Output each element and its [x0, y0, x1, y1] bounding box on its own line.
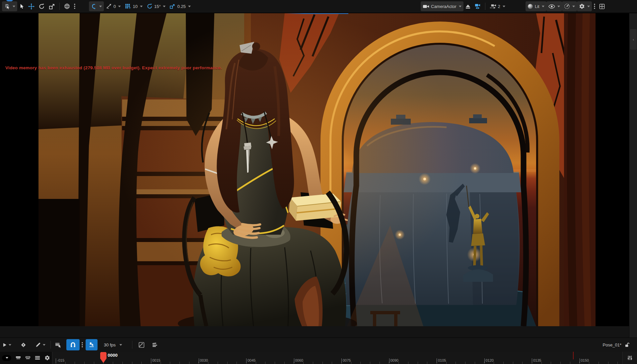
world-space-toggle[interactable] — [62, 1, 72, 11]
cinematic-scene[interactable] — [38, 13, 596, 326]
sequencer-toolbar: 30 fps Pose_01* — [0, 337, 637, 352]
chevron-left-icon: ‹ — [633, 37, 634, 41]
grid-snap-value: 10 — [133, 4, 137, 9]
edit-mode-button[interactable] — [53, 341, 63, 349]
timeline-tick-label: -015 — [56, 358, 64, 363]
timeline-filter-button[interactable] — [622, 352, 637, 364]
current-frame-label: 0000 — [108, 353, 118, 358]
scale-snap-value: 0.25 — [177, 4, 185, 9]
surface-snap-button[interactable]: 0 — [104, 1, 123, 11]
timeline-tick-label: 0090 — [389, 358, 398, 363]
scale-tool-button[interactable] — [47, 1, 57, 11]
transform-tools-group — [2, 0, 77, 13]
lock-open-icon[interactable] — [625, 342, 630, 347]
transform-overflow-button[interactable] — [72, 1, 77, 11]
scale-snap-icon — [170, 3, 176, 9]
timeline-tick-label: 0030 — [199, 358, 208, 363]
camera-speed-value: 2 — [498, 4, 500, 9]
curve-editor-button[interactable] — [137, 341, 146, 349]
move-tool-button[interactable] — [26, 1, 36, 11]
grid-snap-icon — [125, 3, 131, 9]
show-flags-dropdown[interactable] — [546, 1, 562, 11]
camera-icon — [423, 4, 429, 9]
expand-tracks-button[interactable] — [2, 355, 11, 361]
sequencer-editors-group — [132, 338, 160, 352]
pilot-camera-button[interactable] — [472, 1, 483, 11]
viewport-settings-dropdown[interactable] — [577, 1, 592, 11]
track-options-group — [0, 352, 52, 364]
autokey-button[interactable] — [34, 341, 47, 348]
track-filter-outline-icon[interactable] — [25, 356, 31, 360]
chevron-down-icon — [43, 344, 45, 346]
level-viewport[interactable]: Video memory has been exhausted (279.508… — [0, 13, 637, 337]
toolbar-separator — [485, 3, 485, 10]
sequencer-playback-group — [1, 338, 47, 352]
toolbar-separator — [59, 3, 60, 10]
unreal-editor-window: 0 10 15° 0.25 — [0, 0, 637, 364]
sequencer-play-button[interactable] — [1, 342, 13, 348]
keyframe-diamond-icon — [21, 342, 26, 348]
viewport-overflow-button[interactable] — [592, 1, 597, 11]
eject-camera-button[interactable] — [463, 1, 472, 11]
rotation-snap-value: 15° — [154, 4, 161, 9]
view-mode-dropdown[interactable]: Lit — [526, 1, 546, 11]
view-options-group: Lit — [526, 0, 607, 13]
timeline-tick-label: 0060 — [294, 358, 303, 363]
screen-percentage-dropdown[interactable] — [562, 1, 577, 11]
timeline-ruler[interactable]: -015001500300045006000750090010501200135… — [52, 352, 622, 364]
actor-snap-button[interactable] — [89, 1, 104, 11]
snap-options-button[interactable] — [82, 342, 83, 347]
collapsed-panel-strip: ‹ — [629, 13, 637, 337]
add-keyframe-button[interactable] — [19, 341, 28, 349]
eject-icon — [465, 4, 470, 9]
sequencer-snap-group: 30 fps — [50, 338, 124, 352]
chevron-down-icon — [587, 6, 590, 7]
camera-actor-label: CameraActor — [431, 4, 457, 9]
select-tool-button[interactable] — [17, 1, 26, 11]
clapper-cursor-icon — [55, 342, 61, 348]
sequencer-settings-gear-icon[interactable] — [44, 355, 50, 361]
timeline-tick-label: 0075 — [341, 358, 351, 363]
chevron-down-icon — [542, 6, 544, 7]
scale-icon — [49, 3, 55, 10]
quad-layout-button[interactable] — [597, 1, 607, 11]
chevron-down-icon — [118, 6, 121, 7]
camera-speed-icon — [490, 4, 496, 9]
surface-snap-angle-icon — [106, 3, 112, 9]
rotation-snap-button[interactable]: 15° — [145, 1, 168, 11]
camera-speed-button[interactable]: 2 — [488, 1, 507, 11]
vertical-dots-icon — [74, 4, 75, 9]
chevron-down-icon — [140, 6, 143, 7]
track-list-icon[interactable] — [35, 356, 40, 360]
track-filter-icon[interactable] — [16, 356, 21, 360]
snapping-group: 0 10 15° 0.25 — [89, 0, 193, 13]
vertical-dots-icon — [82, 342, 83, 347]
camera-actor-dropdown[interactable]: CameraActor — [421, 1, 463, 11]
shot-track-button[interactable] — [151, 341, 160, 348]
scale-snap-button[interactable]: 0.25 — [168, 1, 192, 11]
expand-panel-tab[interactable]: ‹ — [630, 29, 637, 50]
magnet-icon — [70, 342, 76, 347]
viewport-active-border — [285, 13, 348, 14]
move-icon — [28, 3, 35, 10]
grid-snap-button[interactable]: 10 — [123, 1, 144, 11]
pilot-camera-icon — [474, 3, 481, 9]
timeline-tick-label: 0135 — [532, 358, 541, 363]
select-mode-button[interactable] — [2, 1, 17, 11]
sliders-icon — [627, 355, 632, 360]
snap-toggle-button[interactable] — [66, 339, 80, 350]
right-curtain — [564, 13, 596, 326]
chevron-down-icon — [9, 344, 11, 346]
rotation-snap-icon — [147, 3, 153, 9]
fps-dropdown[interactable]: 30 fps — [102, 341, 124, 348]
timeline-tick-label: 0150 — [580, 358, 589, 363]
vertical-dots-icon — [594, 4, 595, 9]
fps-label: 30 fps — [104, 342, 115, 347]
marked-frame-button[interactable] — [86, 339, 98, 350]
viewport-bottom-strip — [0, 326, 637, 337]
timeline-tick-label: 0120 — [484, 358, 494, 363]
curve-editor-icon — [139, 342, 144, 348]
chevron-down-icon — [13, 6, 15, 7]
rotate-tool-button[interactable] — [36, 1, 47, 11]
sequence-asset-label: Pose_01* — [603, 342, 621, 347]
